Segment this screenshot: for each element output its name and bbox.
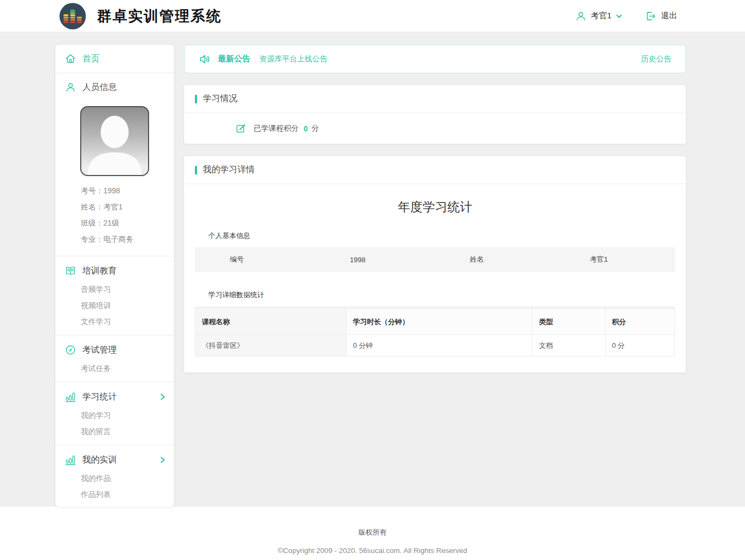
study-stats-table: 课程名称 学习时长（分钟） 类型 积分 《抖音雷区》 0 分钟 文档 0 分	[195, 306, 675, 356]
card-title-text: 学习情况	[203, 93, 237, 104]
copyright-text: ©Copyright 2009 - 2020. 56sucai.com. All…	[0, 547, 745, 555]
sidebar-item-label: 我的实训	[82, 454, 117, 466]
compass-icon	[65, 344, 76, 356]
logout-icon	[645, 10, 657, 22]
chevron-right-icon	[159, 456, 166, 464]
stats-detail-label: 学习详细数据统计	[208, 290, 675, 300]
sidebar-item-label: 人员信息	[82, 82, 117, 93]
bar-chart-icon	[65, 454, 76, 466]
sidebar-item-label: 考试管理	[82, 345, 117, 356]
credit-label: 已学课程积分	[254, 124, 299, 134]
user-name: 考官1	[591, 11, 612, 21]
study-detail-title: 我的学习详情	[184, 156, 686, 184]
avatar	[80, 106, 149, 176]
title-accent-bar	[195, 95, 197, 103]
cell-duration: 0 分钟	[346, 335, 532, 356]
study-detail-card: 我的学习详情 年度学习统计 个人基本信息 编号 1998 姓名 考官1 学习详细…	[184, 156, 686, 373]
basic-name-label: 姓名	[435, 255, 555, 264]
logout-label: 退出	[661, 11, 677, 21]
announcement-message-link[interactable]: 资源库平台上线公告	[259, 54, 327, 64]
sidebar-item-label: 学习统计	[82, 391, 117, 403]
cell-course: 《抖音雷区》	[195, 335, 347, 356]
book-icon	[65, 265, 76, 277]
copyright-title: 版权所有	[0, 528, 745, 537]
main-content: 最新公告 资源库平台上线公告 历史公告 学习情况 已学课程积分 0 分	[184, 45, 686, 385]
basic-name-value: 考官1	[555, 255, 675, 264]
col-header-type: 类型	[532, 308, 605, 335]
sidebar-item-study-stats[interactable]: 学习统计	[55, 384, 174, 407]
col-header-score: 积分	[605, 308, 674, 335]
profile-name: 姓名：考官1	[81, 199, 174, 215]
sidebar-item-file-study[interactable]: 文件学习	[81, 313, 174, 330]
app-title: 群卓实训管理系统	[97, 6, 222, 26]
profile-exam-no: 考号：1998	[81, 183, 174, 199]
col-header-course: 课程名称	[195, 308, 347, 335]
home-icon	[65, 53, 76, 65]
table-row: 《抖音雷区》 0 分钟 文档 0 分	[195, 335, 675, 356]
chevron-down-icon	[616, 13, 622, 19]
sidebar-group-exam: 考试管理 考试任务	[55, 335, 174, 382]
app-header: 群卓实训管理系统 考官1	[0, 0, 745, 32]
sidebar-item-my-study[interactable]: 我的学习	[81, 407, 174, 423]
announcement-latest-label: 最新公告	[218, 54, 250, 64]
card-title-text: 我的学习详情	[203, 164, 255, 176]
study-status-card: 学习情况 已学课程积分 0 分	[184, 85, 686, 144]
sidebar-item-profile[interactable]: 人员信息	[55, 73, 174, 95]
page-body: 首页 人员信息 考号：1998 姓名：考官1 班级：21级 专业：电子商务	[0, 32, 745, 507]
sidebar-item-label: 培训教育	[82, 265, 117, 277]
sidebar-item-audio-study[interactable]: 音频学习	[81, 281, 174, 297]
app-footer: 版权所有 ©Copyright 2009 - 2020. 56sucai.com…	[0, 507, 745, 560]
annual-stats-heading: 年度学习统计	[195, 184, 675, 231]
basic-info-label: 个人基本信息	[208, 231, 675, 241]
chevron-right-icon	[159, 393, 166, 401]
sidebar-item-training[interactable]: 培训教育	[55, 258, 174, 281]
bar-chart-icon	[65, 391, 76, 403]
user-menu[interactable]: 考官1	[575, 10, 622, 22]
sidebar-item-my-works[interactable]: 我的作品	[81, 470, 174, 486]
sidebar-item-my-messages[interactable]: 我的留言	[81, 423, 174, 439]
sidebar-item-label: 首页	[82, 53, 100, 65]
basic-id-label: 编号	[195, 255, 315, 264]
col-header-duration: 学习时长（分钟）	[346, 308, 532, 335]
basic-id-value: 1998	[315, 256, 435, 264]
sidebar-item-home[interactable]: 首页	[55, 45, 174, 73]
person-icon	[65, 81, 76, 93]
sidebar-group-study-stats: 学习统计 我的学习 我的留言	[55, 382, 174, 445]
study-status-body: 已学课程积分 0 分	[184, 113, 686, 144]
profile-info: 考号：1998 姓名：考官1 班级：21级 专业：电子商务	[55, 181, 174, 256]
announcement-bar: 最新公告 资源库平台上线公告 历史公告	[184, 45, 686, 73]
sidebar-group-my-practice: 我的实训 我的作品 作品列表	[55, 445, 174, 507]
basic-info-row: 编号 1998 姓名 考官1	[195, 247, 675, 272]
announcement-history-link[interactable]: 历史公告	[641, 54, 671, 64]
table-header-row: 课程名称 学习时长（分钟） 类型 积分	[195, 308, 675, 335]
edit-icon	[235, 123, 247, 134]
profile-class: 班级：21级	[81, 215, 174, 231]
cell-score: 0 分	[605, 335, 674, 356]
user-icon	[575, 10, 587, 22]
sidebar-item-works-list[interactable]: 作品列表	[81, 486, 174, 502]
credit-unit: 分	[312, 124, 319, 134]
profile-major: 专业：电子商务	[81, 231, 174, 247]
sidebar-group-training: 培训教育 音频学习 视频培训 文件学习	[55, 256, 174, 335]
sidebar-item-video-training[interactable]: 视频培训	[81, 297, 174, 313]
study-status-title: 学习情况	[184, 85, 686, 113]
credit-value: 0	[304, 124, 308, 133]
sidebar-item-exam-tasks[interactable]: 考试任务	[81, 360, 174, 376]
sidebar: 首页 人员信息 考号：1998 姓名：考官1 班级：21级 专业：电子商务	[55, 45, 174, 507]
sidebar-item-exam[interactable]: 考试管理	[55, 338, 174, 360]
cell-type: 文档	[532, 335, 605, 356]
app-logo-icon	[59, 3, 86, 30]
title-accent-bar	[195, 166, 197, 174]
logout-button[interactable]: 退出	[645, 10, 677, 22]
speaker-icon	[199, 53, 212, 66]
sidebar-item-my-practice[interactable]: 我的实训	[55, 447, 174, 470]
